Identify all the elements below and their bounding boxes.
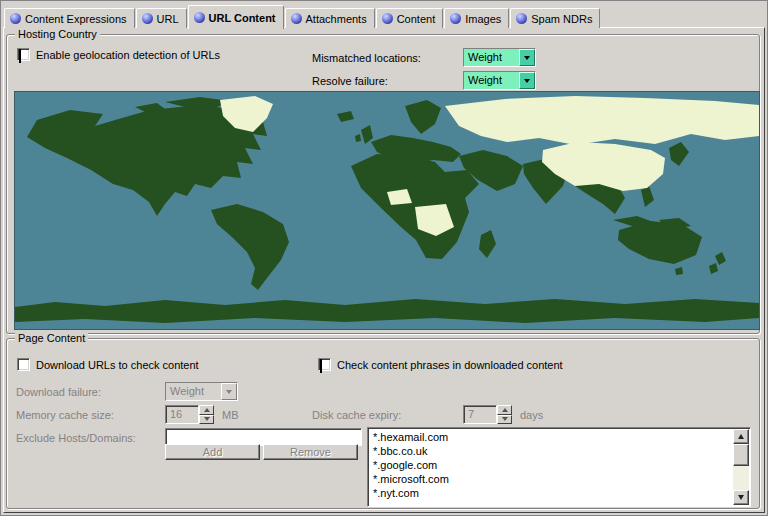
- tab-icon: [450, 13, 461, 24]
- tab-label: Content: [397, 13, 436, 25]
- tab-icon: [382, 13, 393, 24]
- check-phrases-label: Check content phrases in downloaded cont…: [337, 359, 563, 371]
- arrow-down-icon: [738, 495, 744, 500]
- tab-label: URL Content: [209, 12, 276, 24]
- spin-up-button[interactable]: [497, 405, 512, 415]
- spinner-buttons: [199, 405, 214, 424]
- download-urls-row: Download URLs to check content: [17, 358, 199, 371]
- spin-down-button[interactable]: [497, 415, 512, 425]
- tab-images[interactable]: Images: [444, 8, 509, 28]
- world-map: [14, 91, 760, 330]
- memory-cache-unit: MB: [222, 409, 239, 421]
- list-item[interactable]: *.microsoft.com: [370, 472, 732, 486]
- disk-cache-label: Disk cache expiry:: [312, 409, 401, 421]
- memory-cache-spinner: 16: [165, 405, 214, 424]
- arrow-up-icon: [204, 408, 210, 412]
- tab-url-content[interactable]: URL Content: [188, 5, 284, 29]
- vertical-scrollbar[interactable]: [733, 429, 749, 505]
- memory-cache-value[interactable]: 16: [165, 405, 199, 424]
- disk-cache-value[interactable]: 7: [463, 405, 497, 424]
- dropdown-button[interactable]: [519, 49, 535, 66]
- resolve-failure-value: Weight: [464, 72, 519, 89]
- chevron-down-icon: [226, 390, 232, 394]
- group-title: Hosting Country: [15, 27, 100, 41]
- chevron-down-icon: [524, 56, 530, 60]
- check-phrases-checkbox[interactable]: [318, 358, 331, 371]
- list-item[interactable]: *.nyt.com: [370, 486, 732, 500]
- arrow-up-icon: [738, 434, 744, 439]
- spin-up-button[interactable]: [199, 405, 214, 415]
- disk-cache-unit: days: [520, 409, 543, 421]
- tab-label: Images: [465, 13, 501, 25]
- tab-attachments[interactable]: Attachments: [285, 8, 375, 28]
- tab-icon: [516, 13, 527, 24]
- scrollbar-thumb[interactable]: [733, 444, 749, 466]
- tab-content-expressions[interactable]: Content Expressions: [4, 8, 135, 28]
- enable-geolocation-checkbox[interactable]: [17, 48, 30, 61]
- check-icon: [19, 49, 21, 63]
- scroll-up-button[interactable]: [733, 429, 749, 444]
- remove-button[interactable]: Remove: [263, 444, 358, 460]
- tab-label: URL: [157, 13, 179, 25]
- mismatched-locations-label: Mismatched locations:: [312, 52, 421, 64]
- resolve-failure-select[interactable]: Weight: [463, 71, 536, 90]
- spin-down-button[interactable]: [199, 415, 214, 425]
- group-title: Page Content: [15, 331, 88, 345]
- memory-cache-label: Memory cache size:: [16, 409, 114, 421]
- add-button[interactable]: Add: [165, 444, 260, 460]
- arrow-up-icon: [502, 408, 508, 412]
- mismatched-locations-value: Weight: [464, 49, 519, 66]
- world-map-svg: [15, 92, 759, 329]
- download-failure-label: Download failure:: [16, 386, 101, 398]
- arrow-down-icon: [204, 417, 210, 421]
- spinner-buttons: [497, 405, 512, 424]
- download-urls-checkbox[interactable]: [17, 358, 30, 371]
- list-item[interactable]: *.google.com: [370, 458, 732, 472]
- check-phrases-row: Check content phrases in downloaded cont…: [318, 358, 563, 371]
- dropdown-button[interactable]: [519, 72, 535, 89]
- disk-cache-spinner: 7: [463, 405, 512, 424]
- list-item[interactable]: *.hexamail.com: [370, 430, 732, 444]
- scroll-down-button[interactable]: [733, 490, 749, 505]
- resolve-failure-label: Resolve failure:: [312, 75, 388, 87]
- hosting-country-group: Hosting Country Enable geolocation detec…: [6, 34, 760, 334]
- tab-content[interactable]: Content: [376, 8, 444, 28]
- download-failure-select[interactable]: Weight: [165, 382, 238, 401]
- enable-geolocation-label: Enable geolocation detection of URLs: [36, 49, 220, 61]
- page-content-group: Page Content Download URLs to check cont…: [6, 338, 760, 509]
- enable-geolocation-row: Enable geolocation detection of URLs: [17, 48, 220, 61]
- list-items: *.hexamail.com *.bbc.co.uk *.google.com …: [370, 430, 732, 504]
- tab-url[interactable]: URL: [136, 8, 187, 28]
- tab-bar: Content Expressions URL URL Content Atta…: [4, 4, 764, 28]
- tab-icon: [291, 13, 302, 24]
- tab-label: Content Expressions: [25, 13, 127, 25]
- dropdown-button[interactable]: [221, 383, 237, 400]
- tab-label: Spam NDRs: [531, 13, 592, 25]
- url-content-settings-window: Content Expressions URL URL Content Atta…: [0, 0, 768, 516]
- arrow-down-icon: [502, 417, 508, 421]
- tab-icon: [142, 13, 153, 24]
- region-russia: [445, 96, 759, 145]
- mismatched-locations-select[interactable]: Weight: [463, 48, 536, 67]
- tab-label: Attachments: [306, 13, 367, 25]
- list-item[interactable]: *.bbc.co.uk: [370, 444, 732, 458]
- check-icon: [320, 359, 322, 373]
- download-urls-label: Download URLs to check content: [36, 359, 199, 371]
- tab-icon: [10, 13, 21, 24]
- exclude-hosts-list: *.hexamail.com *.bbc.co.uk *.google.com …: [367, 427, 751, 507]
- tab-spam-ndrs[interactable]: Spam NDRs: [510, 8, 600, 28]
- exclude-hosts-label: Exclude Hosts/Domains:: [16, 432, 136, 444]
- chevron-down-icon: [524, 79, 530, 83]
- download-failure-value: Weight: [166, 383, 221, 400]
- tab-icon: [194, 12, 205, 23]
